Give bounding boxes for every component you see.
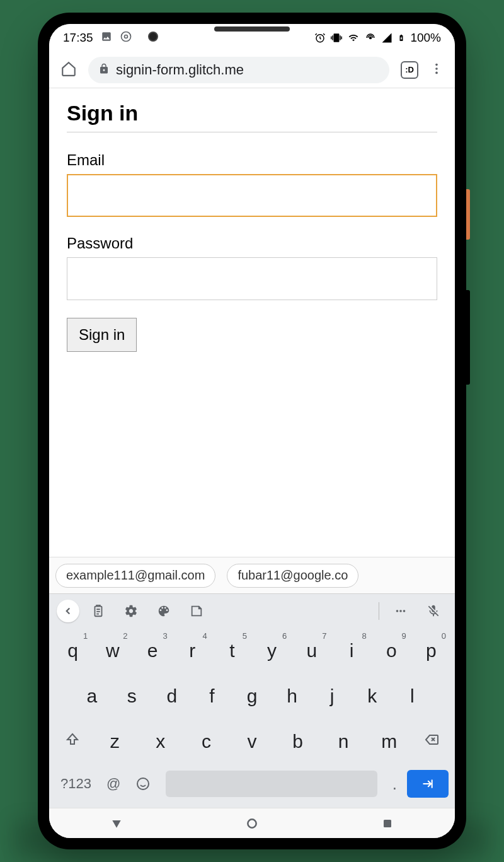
suggestion-2[interactable]: fubar11@google.co <box>227 564 358 588</box>
key-f[interactable]: f <box>192 678 232 714</box>
key-q[interactable]: q1 <box>53 632 93 669</box>
svg-point-11 <box>137 778 149 789</box>
phone-frame: 17:35 <box>38 13 466 849</box>
key-d[interactable]: d <box>152 678 192 714</box>
url-text: signin-form.glitch.me <box>116 62 244 78</box>
keyboard-toolbar <box>49 593 455 627</box>
key-j[interactable]: j <box>312 678 352 714</box>
svg-point-8 <box>396 610 399 612</box>
emoji-key[interactable] <box>130 769 156 799</box>
svg-rect-13 <box>384 820 391 827</box>
signin-button[interactable]: Sign in <box>67 318 137 352</box>
key-g[interactable]: g <box>232 678 272 714</box>
email-label: Email <box>67 151 437 169</box>
home-icon[interactable] <box>60 61 77 79</box>
at-key[interactable]: @ <box>101 769 125 799</box>
symbols-key[interactable]: ?123 <box>55 769 96 799</box>
mic-off-icon[interactable] <box>420 597 447 625</box>
sticker-icon[interactable] <box>183 597 210 625</box>
key-u[interactable]: u7 <box>292 632 331 669</box>
svg-point-1 <box>124 35 127 38</box>
nav-back[interactable] <box>104 811 129 836</box>
phone-speaker <box>214 26 290 32</box>
wifi-icon <box>347 33 360 43</box>
password-field[interactable] <box>67 257 437 300</box>
nav-home[interactable] <box>239 811 265 836</box>
clipboard-icon[interactable] <box>84 597 112 625</box>
vibrate-icon <box>331 32 342 44</box>
autofill-suggestions: example111@gmail.com fubar11@google.co <box>49 557 455 593</box>
nav-recent[interactable] <box>375 811 400 836</box>
palette-icon[interactable] <box>150 597 178 625</box>
shift-key[interactable] <box>53 723 92 756</box>
keyboard-row-bottom: ?123 @ . <box>53 769 451 799</box>
key-b[interactable]: b <box>275 723 321 760</box>
battery-percent: 100% <box>410 31 441 45</box>
browser-toolbar: signin-form.glitch.me :D <box>49 52 455 88</box>
key-m[interactable]: m <box>366 723 412 760</box>
key-p[interactable]: p0 <box>411 632 451 669</box>
key-z[interactable]: z <box>92 723 138 760</box>
hotspot-icon <box>365 32 376 44</box>
power-button <box>466 189 470 240</box>
keyboard-row-3: zxcvbnm <box>53 723 451 760</box>
alarm-icon <box>314 32 326 44</box>
screen: 17:35 <box>49 24 455 838</box>
key-n[interactable]: n <box>321 723 367 760</box>
svg-point-10 <box>403 610 406 612</box>
enter-key[interactable] <box>407 770 449 798</box>
lock-icon <box>98 62 110 78</box>
key-r[interactable]: r4 <box>173 632 212 669</box>
space-key[interactable] <box>166 771 377 797</box>
period-key[interactable]: . <box>387 769 402 799</box>
chrome-icon <box>120 30 132 46</box>
password-label: Password <box>67 235 437 252</box>
key-w[interactable]: w2 <box>93 632 132 669</box>
key-c[interactable]: c <box>183 723 229 760</box>
keyboard-row-3-keys: zxcvbnm <box>92 723 412 760</box>
phone-camera <box>148 32 158 42</box>
svg-point-4 <box>435 63 438 66</box>
menu-icon[interactable] <box>430 62 444 78</box>
keyboard: q1w2e3r4t5y6u7i8o9p0 asdfghjkl zxcvbnm ?… <box>49 627 455 808</box>
tab-switcher[interactable]: :D <box>401 61 418 79</box>
page-content: Sign in Email Password Sign in <box>49 88 455 557</box>
key-a[interactable]: a <box>72 678 112 714</box>
backspace-key[interactable] <box>412 723 451 756</box>
key-s[interactable]: s <box>112 678 152 714</box>
key-x[interactable]: x <box>138 723 184 760</box>
email-field[interactable] <box>67 174 437 217</box>
key-i[interactable]: i8 <box>331 632 371 669</box>
gear-icon[interactable] <box>117 597 145 625</box>
keyboard-back-icon[interactable] <box>57 600 79 622</box>
key-o[interactable]: o9 <box>372 632 411 669</box>
key-k[interactable]: k <box>352 678 392 714</box>
url-bar[interactable]: signin-form.glitch.me <box>88 57 389 83</box>
key-e[interactable]: e3 <box>132 632 172 669</box>
status-time: 17:35 <box>63 31 93 45</box>
svg-point-0 <box>121 32 130 41</box>
key-y[interactable]: y6 <box>252 632 292 669</box>
more-icon[interactable] <box>387 597 415 625</box>
key-l[interactable]: l <box>392 678 433 714</box>
suggestion-1[interactable]: example111@gmail.com <box>55 564 215 588</box>
android-nav-bar <box>49 808 455 838</box>
svg-point-5 <box>435 67 438 70</box>
notification-icon <box>101 31 112 45</box>
svg-point-6 <box>435 71 438 74</box>
svg-point-12 <box>248 819 256 827</box>
svg-point-3 <box>370 37 372 39</box>
key-t[interactable]: t5 <box>212 632 252 669</box>
key-h[interactable]: h <box>272 678 312 714</box>
battery-icon <box>398 32 405 44</box>
keyboard-row-2: asdfghjkl <box>53 678 451 714</box>
volume-button <box>466 290 470 385</box>
signal-icon <box>381 32 392 44</box>
page-title: Sign in <box>67 101 437 132</box>
keyboard-row-1: q1w2e3r4t5y6u7i8o9p0 <box>53 632 451 669</box>
svg-point-9 <box>399 610 402 612</box>
key-v[interactable]: v <box>229 723 275 760</box>
